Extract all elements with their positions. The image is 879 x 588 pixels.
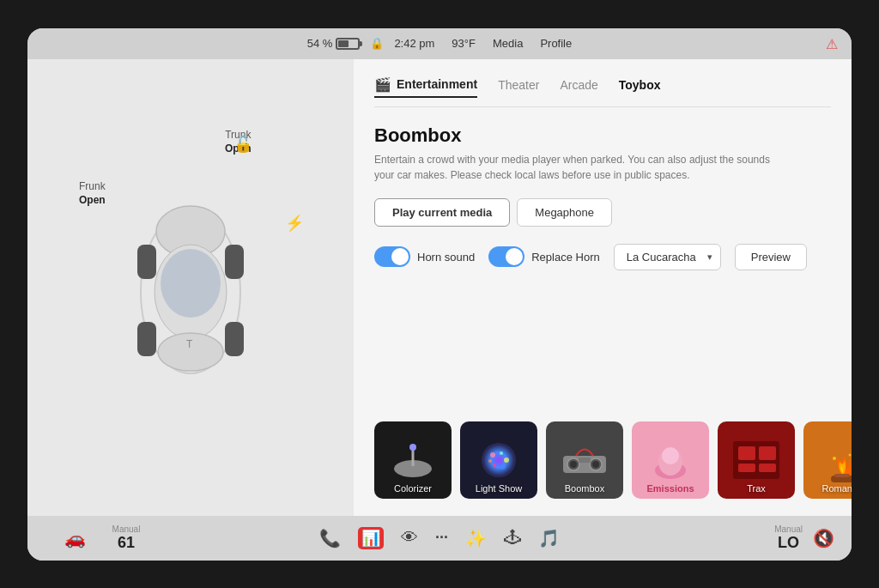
time-display: 2:42 pm: [394, 37, 434, 50]
temperature-display: 93°F: [452, 37, 476, 50]
main-area: Frunk Open Trunk Open 🔓: [27, 59, 852, 516]
svg-point-38: [849, 453, 852, 456]
right-manual-group: Manual LO: [774, 524, 803, 552]
mode-buttons: Play current media Megaphone: [374, 198, 831, 227]
car-icon[interactable]: 🚗: [64, 528, 86, 549]
sparkles-icon[interactable]: ✨: [465, 528, 487, 549]
left-manual-value: 61: [118, 534, 135, 552]
horn-sound-toggle-group: Horn sound: [374, 246, 475, 267]
gamepad-icon[interactable]: 🕹: [504, 528, 521, 548]
charging-icon: ⚡: [285, 214, 304, 233]
replace-horn-toggle[interactable]: [488, 246, 524, 267]
preview-button[interactable]: Preview: [735, 244, 807, 270]
megaphone-button[interactable]: Megaphone: [517, 198, 612, 227]
right-manual-value: LO: [778, 534, 799, 552]
page-title: Boombox: [374, 124, 831, 147]
svg-point-29: [662, 447, 679, 464]
svg-rect-26: [579, 458, 591, 463]
film-icon: 🎬: [374, 76, 391, 93]
volume-icon[interactable]: 🔇: [813, 528, 834, 549]
tab-theater[interactable]: Theater: [498, 78, 539, 95]
svg-rect-6: [225, 245, 244, 279]
frunk-label: Frunk Open: [79, 179, 106, 209]
svg-point-17: [504, 458, 509, 463]
svg-point-19: [500, 464, 506, 470]
bottom-left-nav: 🚗: [45, 528, 105, 549]
horn-sound-dropdown[interactable]: La Cucaracha Custom Default: [614, 244, 721, 270]
emissions-label: Emissions: [643, 480, 697, 499]
svg-point-16: [500, 452, 503, 455]
lightshow-label: Light Show: [472, 480, 525, 499]
audio-icon[interactable]: 📊: [358, 527, 384, 549]
tab-entertainment[interactable]: 🎬 Entertainment: [374, 76, 477, 98]
app-tile-boombox[interactable]: Boombox: [546, 421, 623, 499]
svg-rect-31: [738, 446, 755, 460]
status-bar: 54 % 🔒 2:42 pm 93°F Media Profile ⚠: [27, 28, 852, 59]
svg-rect-8: [225, 322, 244, 356]
bottom-center-icons: 📞 📊 👁 ··· ✨ 🕹 🎵: [319, 527, 560, 549]
more-icon[interactable]: ···: [435, 529, 448, 547]
left-manual-label: Manual: [112, 524, 141, 534]
app-tile-emissions[interactable]: Emissions: [632, 421, 709, 499]
svg-rect-7: [137, 322, 156, 356]
play-current-media-button[interactable]: Play current media: [374, 198, 510, 227]
horn-sound-dropdown-wrapper: La Cucaracha Custom Default: [614, 244, 721, 270]
nav-tabs: 🎬 Entertainment Theater Arcade Toybox: [374, 76, 831, 107]
info-panel: 🎬 Entertainment Theater Arcade Toybox Bo…: [354, 59, 852, 516]
replace-horn-toggle-group: Replace Horn: [488, 246, 600, 267]
battery-percent: 54 %: [307, 37, 333, 50]
profile-nav[interactable]: Profile: [540, 37, 572, 50]
app-grid: Colorizer: [374, 413, 831, 499]
svg-rect-36: [834, 474, 850, 477]
battery-icon: [336, 38, 360, 50]
app-tile-colorizer[interactable]: Colorizer: [374, 421, 452, 499]
app-tile-lightshow[interactable]: Light Show: [460, 421, 537, 499]
svg-point-23: [570, 461, 577, 468]
bottom-bar: 🚗 Manual 61 📞 📊 👁 ··· ✨ 🕹 🎵 Manual LO 🔇: [27, 516, 852, 561]
bottom-left-manual: Manual 61: [105, 524, 148, 552]
horn-sound-toggle[interactable]: [374, 246, 410, 267]
media-nav[interactable]: Media: [493, 37, 523, 50]
trax-label: Trax: [743, 480, 769, 499]
svg-rect-34: [759, 464, 776, 472]
app-tile-romance[interactable]: Romance: [803, 421, 852, 499]
tesla-screen: 54 % 🔒 2:42 pm 93°F Media Profile ⚠ Frun…: [27, 28, 852, 561]
car-image: T: [70, 176, 311, 399]
replace-horn-label: Replace Horn: [531, 251, 600, 264]
status-nav: 2:42 pm 93°F Media Profile: [394, 37, 572, 50]
battery-indicator: 54 %: [307, 37, 361, 50]
svg-point-20: [488, 459, 492, 463]
svg-rect-33: [738, 464, 755, 472]
svg-point-37: [833, 457, 836, 460]
tab-toybox[interactable]: Toybox: [619, 78, 661, 95]
right-manual-label: Manual: [774, 524, 803, 534]
svg-point-3: [161, 249, 221, 318]
content-description: Entertain a crowd with your media player…: [374, 152, 786, 183]
trunk-open-icon: 🔓: [233, 135, 252, 154]
tab-arcade[interactable]: Arcade: [560, 78, 597, 95]
svg-rect-5: [137, 245, 156, 279]
horn-sound-label: Horn sound: [417, 251, 475, 264]
settings-row: Horn sound Replace Horn La Cucaracha Cus…: [374, 244, 831, 270]
svg-point-12: [409, 444, 416, 451]
svg-point-18: [493, 464, 496, 467]
camera-icon[interactable]: 👁: [401, 528, 418, 548]
app-tile-trax[interactable]: Trax: [718, 421, 795, 499]
car-diagram: Frunk Open Trunk Open 🔓: [27, 59, 354, 516]
phone-icon[interactable]: 📞: [319, 528, 341, 549]
colorizer-label: Colorizer: [391, 480, 435, 499]
bottom-right: Manual LO 🔇: [774, 524, 834, 552]
svg-point-14: [483, 445, 514, 476]
svg-rect-32: [759, 446, 776, 460]
svg-point-15: [490, 452, 495, 458]
spotify-icon[interactable]: 🎵: [538, 528, 560, 549]
svg-text:T: T: [186, 338, 193, 350]
svg-point-25: [592, 461, 599, 468]
warning-icon: ⚠: [826, 35, 838, 52]
lock-icon: 🔒: [370, 37, 384, 50]
boombox-label: Boombox: [561, 480, 608, 499]
romance-label: Romance: [818, 480, 852, 499]
